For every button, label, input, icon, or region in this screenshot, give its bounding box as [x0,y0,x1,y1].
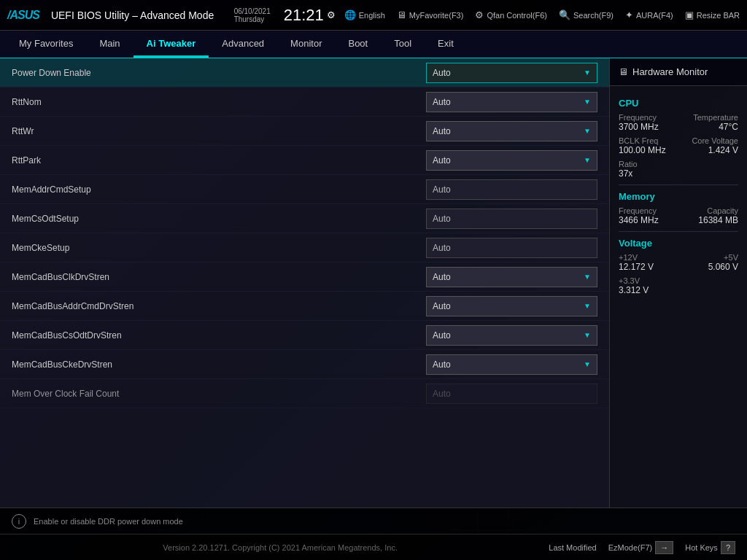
version-copyright: Version 2.20.1271. Copyright (C) 2021 Am… [12,543,549,552]
rttnom-dropdown[interactable]: Auto ▼ [426,92,597,112]
setting-value[interactable]: Auto ▼ [426,63,597,83]
memcadbusaddrcmd-dropdown[interactable]: Auto ▼ [426,296,597,316]
nav-tool[interactable]: Tool [381,31,425,58]
setting-row-rttwr[interactable]: RttWr Auto ▼ [0,117,609,146]
hw-cpu-freq-label: Frequency [619,113,659,122]
settings-panel: Power Down Enable Auto ▼ RttNom Auto ▼ [0,58,610,508]
chevron-down-icon: ▼ [584,69,591,77]
nav-ai-tweaker[interactable]: Ai Tweaker [133,31,209,58]
setting-value[interactable]: Auto ▼ [426,267,597,287]
nav-my-favorites[interactable]: My Favorites [6,31,86,58]
asus-logo: /ASUS [7,9,39,22]
hw-mem-row: Frequency 3466 MHz Capacity 16384 MB [619,206,738,225]
resizebar-tool[interactable]: ▣ Resize BAR [685,9,740,20]
myfavorite-tool[interactable]: 🖥 MyFavorite(F3) [397,9,464,20]
hw-bclk-label: BCLK Freq [619,136,666,145]
setting-value[interactable]: Auto ▼ [426,150,597,171]
hw-bclk-row: BCLK Freq 100.00 MHz Core Voltage 1.424 … [619,136,738,155]
hw-ratio-value: 37x [619,168,638,179]
hw-cpu-section: CPU [619,98,738,109]
setting-row-rttpark[interactable]: RttPark Auto ▼ [0,146,609,175]
memcke-dropdown[interactable]: Auto [426,238,597,258]
nav-monitor[interactable]: Monitor [277,31,335,58]
nav-boot[interactable]: Boot [335,31,381,58]
hw-corevoltage-value: 1.424 V [692,145,738,155]
hot-keys-button[interactable]: Hot Keys ? [685,541,735,554]
setting-row-rttnom[interactable]: RttNom Auto ▼ [0,88,609,117]
setting-row-memcadbusaddrcmd[interactable]: MemCadBusAddrCmdDrvStren Auto ▼ [0,292,609,321]
setting-label: MemCadBusCsOdtDrvStren [12,330,426,341]
memoverclock-dropdown[interactable]: Auto [426,384,597,404]
hw-mem-freq-label: Frequency [619,206,659,215]
hw-cpu-temp-label: Temperature [693,113,738,122]
setting-value[interactable]: Auto [426,238,597,258]
power-down-dropdown[interactable]: Auto ▼ [426,63,597,83]
hw-monitor-content: CPU Frequency 3700 MHz Temperature 47°C … [610,86,747,508]
hardware-monitor-panel: 🖥 Hardware Monitor CPU Frequency 3700 MH… [610,58,747,508]
hw-mem-cap-value: 16384 MB [698,215,738,225]
setting-value[interactable]: Auto ▼ [426,354,597,375]
info-icon: i [12,514,26,529]
setting-value[interactable]: Auto ▼ [426,325,597,346]
rttpark-dropdown[interactable]: Auto ▼ [426,150,597,171]
rttwr-dropdown[interactable]: Auto ▼ [426,121,597,141]
status-text: Enable or disable DDR power down mode [34,517,183,526]
setting-value[interactable]: Auto [426,384,597,404]
setting-value[interactable]: Auto [426,179,597,200]
language-tool[interactable]: 🌐 English [344,9,385,20]
nav-main[interactable]: Main [86,31,133,58]
setting-row-memaddrcmdsetup[interactable]: MemAddrCmdSetup Auto [0,175,609,204]
chevron-down-icon: ▼ [584,127,591,135]
setting-label: MemCadBusClkDrvStren [12,272,426,282]
setting-row-memoverclockfail[interactable]: Mem Over Clock Fail Count Auto [0,379,609,408]
hw-v12-value: 12.172 V [619,262,654,272]
hw-ratio-row: Ratio 37x [619,160,738,179]
hw-v12-label: +12V [619,253,654,262]
navbar: My Favorites Main Ai Tweaker Advanced Mo… [0,31,747,58]
nav-exit[interactable]: Exit [425,31,467,58]
chevron-down-icon: ▼ [584,302,591,310]
qfan-tool[interactable]: ⚙ Qfan Control(F6) [475,9,547,20]
last-modified-button[interactable]: Last Modified [549,543,596,552]
aura-tool[interactable]: ✦ AURA(F4) [625,9,673,20]
setting-label: RttWr [12,126,426,136]
aura-icon: ✦ [625,9,633,20]
ezmode-button[interactable]: EzMode(F7) → [608,541,674,554]
setting-value[interactable]: Auto [426,209,597,229]
nav-advanced[interactable]: Advanced [209,31,277,58]
hw-v5-label: +5V [708,253,738,262]
chevron-down-icon: ▼ [584,331,591,339]
setting-row-memcadbusclk[interactable]: MemCadBusClkDrvStren Auto ▼ [0,262,609,292]
setting-label: RttNom [12,97,426,107]
setting-label: MemCadBusAddrCmdDrvStren [12,301,426,311]
memcadbuscke-dropdown[interactable]: Auto ▼ [426,354,597,375]
status-bar: i Enable or disable DDR power down mode [0,508,747,534]
hw-v33-label: +3.3V [619,276,649,285]
setting-row-power-down-enable[interactable]: Power Down Enable Auto ▼ [0,58,609,88]
hw-corevoltage-label: Core Voltage [692,136,738,145]
search-tool[interactable]: 🔍 Search(F9) [559,9,614,20]
setting-row-memcadbuscsodt[interactable]: MemCadBusCsOdtDrvStren Auto ▼ [0,321,609,350]
setting-value[interactable]: Auto ▼ [426,296,597,316]
setting-row-memcsodt[interactable]: MemCsOdtSetup Auto [0,204,609,233]
hw-voltage-section: Voltage [619,238,738,249]
setting-row-memcadbuscke[interactable]: MemCadBusCkeDrvStren Auto ▼ [0,350,609,379]
qfan-icon: ⚙ [475,9,484,20]
memcadbusclk-dropdown[interactable]: Auto ▼ [426,267,597,287]
content-area: Power Down Enable Auto ▼ RttNom Auto ▼ [0,58,747,508]
setting-value[interactable]: Auto ▼ [426,121,597,141]
hw-bclk-value: 100.00 MHz [619,145,666,155]
toolbar: 🌐 English 🖥 MyFavorite(F3) ⚙ Qfan Contro… [344,9,740,20]
app-title: UEFI BIOS Utility – Advanced Mode [51,9,225,21]
memcsodt-dropdown[interactable]: Auto [426,209,597,229]
hw-monitor-header: 🖥 Hardware Monitor [610,58,747,86]
setting-label: RttPark [12,155,426,166]
setting-row-memcke[interactable]: MemCkeSetup Auto [0,233,609,262]
hw-cpu-freq-value: 3700 MHz [619,122,659,132]
settings-gear-icon[interactable]: ⚙ [327,9,336,20]
setting-value[interactable]: Auto ▼ [426,92,597,112]
hw-v33-row: +3.3V 3.312 V [619,276,738,295]
memcadbuscsodt-dropdown[interactable]: Auto ▼ [426,325,597,346]
memaddrcmd-dropdown[interactable]: Auto [426,179,597,200]
setting-label: Power Down Enable [12,68,426,78]
